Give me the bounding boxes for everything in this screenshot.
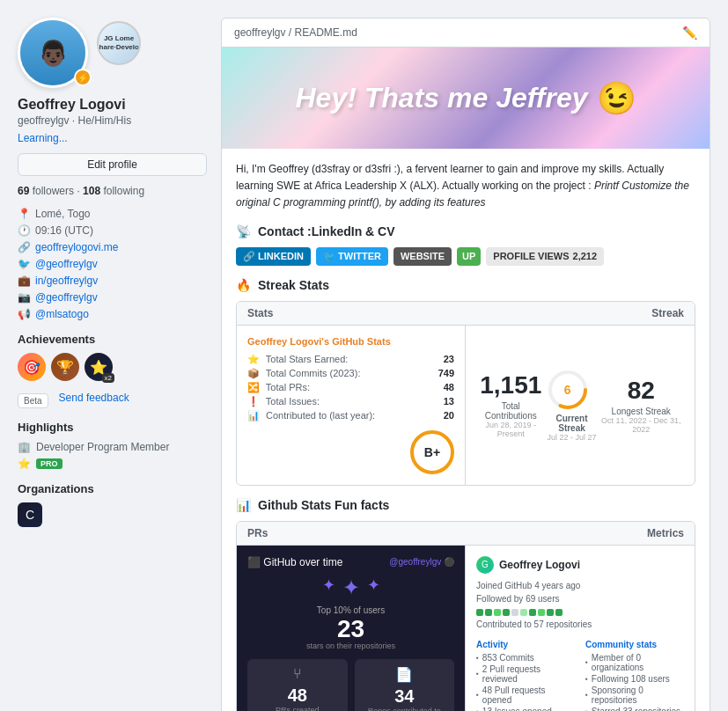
prs-created-box: ⑂ 48 PRs created 92% merged (247, 659, 348, 711)
achievement-yolo: 🎯 (18, 353, 46, 381)
current-streak-label: Current Streak (546, 414, 599, 433)
up-badge[interactable]: UP (457, 247, 481, 266)
repo-icon: 📄 (362, 666, 448, 683)
dot-2 (485, 609, 492, 616)
achievements-title: Achievements (18, 333, 207, 346)
dot-5 (511, 609, 518, 616)
meta-list: 📍 Lomé, Togo 🕐 09:16 (UTC) 🔗 geoffreylog… (18, 208, 207, 320)
total-contributions-sub: Jun 28, 2019 - Present (476, 421, 546, 438)
dot-1 (476, 609, 483, 616)
streak-title: Streak Stats (258, 278, 329, 292)
hero-emoji: 😉 (597, 80, 636, 117)
streak-stats-panel: 1,151 Total Contributions Jun 28, 2019 -… (466, 326, 695, 485)
website-link[interactable]: geoffreylogovi.me (35, 241, 119, 253)
github-logo: ⬛ GitHub over time (247, 556, 342, 568)
current-streak-sub: Jul 22 - Jul 27 (546, 433, 599, 442)
total-contributions-label: Total Contributions (476, 401, 546, 421)
fun-facts-body: ⬛ GitHub over time @geoffreylgv ⚫ ✦ ✦ ✦ … (237, 546, 695, 711)
user-name: Geoffrey Logovi (18, 97, 207, 113)
instagram-link[interactable]: @geoffreylgv (35, 291, 98, 304)
activity-title: Activity (476, 640, 575, 649)
prs-created-label: PRs created (254, 706, 341, 711)
dot-icon: ▪ (585, 675, 588, 683)
clock-icon: 🕐 (18, 224, 30, 237)
twitter-icon: 🐦 (18, 258, 30, 270)
linkedin-icon: 💼 (18, 275, 30, 287)
repos-contributed-value: 34 (362, 686, 448, 707)
meta-website[interactable]: 🔗 geoffreylogovi.me (18, 241, 207, 253)
send-feedback-link[interactable]: Send feedback (59, 392, 129, 404)
prs-panel-header: ⬛ GitHub over time @geoffreylgv ⚫ (247, 556, 454, 568)
fun-facts-card: PRs Metrics ⬛ GitHub over time @geoffrey… (236, 521, 695, 711)
longest-streak-stat: 82 Longest Streak Oct 11, 2022 - Dec 31,… (598, 377, 684, 434)
metric-following: ▪ Following 108 users (585, 674, 684, 684)
linkedin-badge[interactable]: 🔗 LINKEDIN (236, 247, 311, 266)
contact-icon: 📡 (236, 224, 251, 238)
prs-stats-grid: ⑂ 48 PRs created 92% merged 📄 34 Repos c… (247, 659, 454, 711)
readme-body: Hi, I'm Geoffrey (d3sfray or d3sfri :), … (222, 149, 710, 711)
website-badge[interactable]: WEBSITE (393, 247, 452, 266)
metric-sponsoring: ▪ Sponsoring 0 repositories (585, 685, 684, 705)
meta-linkedin[interactable]: 💼 in/geoffreylgv (18, 275, 207, 287)
merge-icon: ⑂ (254, 666, 341, 682)
current-streak-value: 6 (564, 383, 571, 397)
org-logo[interactable]: C (18, 502, 42, 527)
achievement-trophy: 🏆 (51, 353, 79, 381)
metrics-right-col: Community stats ▪ Member of 0 organizati… (585, 634, 684, 711)
streak-col-label: Streak (466, 307, 684, 319)
contact-title: Contact :LinkedIn & CV (258, 224, 395, 238)
stat-prs: 🔀 Total PRs: 48 (247, 382, 454, 393)
beta-button[interactable]: Beta (18, 393, 48, 408)
contribution-dots (476, 609, 684, 616)
highlights-title: Highlights (18, 421, 207, 434)
readme-header: geoffreylgv / README.md ✏️ (222, 18, 710, 48)
organizations-title: Organizations (18, 482, 207, 495)
stat-contributed: 📊 Contributed to (last year): 20 (247, 410, 454, 421)
edit-profile-button[interactable]: Edit profile (18, 153, 207, 176)
dot-4 (503, 609, 510, 616)
chart-icon: 📊 (236, 498, 251, 512)
fun-facts-header: PRs Metrics (237, 522, 695, 546)
readme-path: geoffreylgv / README.md (234, 26, 357, 39)
dot-icon: ▪ (476, 691, 479, 699)
profile-views-badge: PROFILE VIEWS 2,212 (486, 247, 604, 266)
twitter-badge[interactable]: 🐦 TWITTER (316, 247, 388, 266)
bio-text: Hi, I'm Geoffrey (d3sfray or d3sfri :), … (236, 161, 695, 212)
dot-8 (538, 609, 545, 616)
top10-label: Top 10% of users (247, 605, 454, 615)
stats-card-body: Geoffrey Logovi's GitHub Stats ⭐ Total S… (237, 326, 695, 485)
main-content: geoffreylgv / README.md ✏️ Hey! Thats me… (221, 18, 710, 711)
hero-banner: Hey! Thats me Jeffrey 😉 (222, 48, 710, 149)
stats-card-header: Stats Streak (237, 302, 695, 326)
longest-streak-sub: Oct 11, 2022 - Dec 31, 2022 (598, 416, 684, 434)
edit-pencil-icon[interactable]: ✏️ (682, 26, 697, 40)
linkedin-link[interactable]: in/geoffreylgv (35, 275, 98, 287)
contributed-label: Contributed to 57 repositories (476, 619, 684, 629)
metrics-username: Geoffrey Logovi (499, 559, 580, 571)
stars-repos-label: stars on their repositories (247, 641, 454, 650)
social-link[interactable]: @mlsatogo (35, 308, 89, 320)
avatar-section: 👨🏿 ⚡ JG LomeShare·Develop (18, 18, 207, 88)
fun-facts-section-header: 📊 Github Stats Fun facts (236, 498, 695, 512)
metric-orgs: ▪ Member of 0 organizations (585, 653, 684, 672)
dot-icon: ▪ (476, 654, 479, 662)
metrics-avatar: G (476, 556, 494, 574)
meta-instagram[interactable]: 📷 @geoffreylgv (18, 291, 207, 304)
meta-social[interactable]: 📢 @mlsatogo (18, 308, 207, 320)
star-center: ✦ (342, 575, 360, 600)
stat-commits: 📦 Total Commits (2023): 749 (247, 368, 454, 379)
meta-twitter[interactable]: 🐦 @geoffreylgv (18, 258, 207, 270)
metric-pr-reviewed: ▪ 2 Pull requests reviewed (476, 664, 575, 684)
social-icon: 📢 (18, 308, 30, 320)
badge-count: x2 (102, 373, 114, 383)
contact-header: 📡 Contact :LinkedIn & CV (236, 224, 695, 238)
metrics-left-col: Activity ▪ 853 Commits ▪ 2 Pull requests… (476, 634, 575, 711)
dot-icon: ▪ (585, 658, 588, 666)
instagram-icon: 📷 (18, 291, 30, 304)
streak-stats-card: Stats Streak Geoffrey Logovi's GitHub St… (236, 301, 695, 486)
metrics-columns: Activity ▪ 853 Commits ▪ 2 Pull requests… (476, 634, 684, 711)
twitter-link[interactable]: @geoffreylgv (35, 258, 98, 270)
fire-icon: 🔥 (236, 278, 251, 292)
dot-10 (555, 609, 563, 616)
metrics-followed: Followed by 69 users (476, 594, 684, 604)
